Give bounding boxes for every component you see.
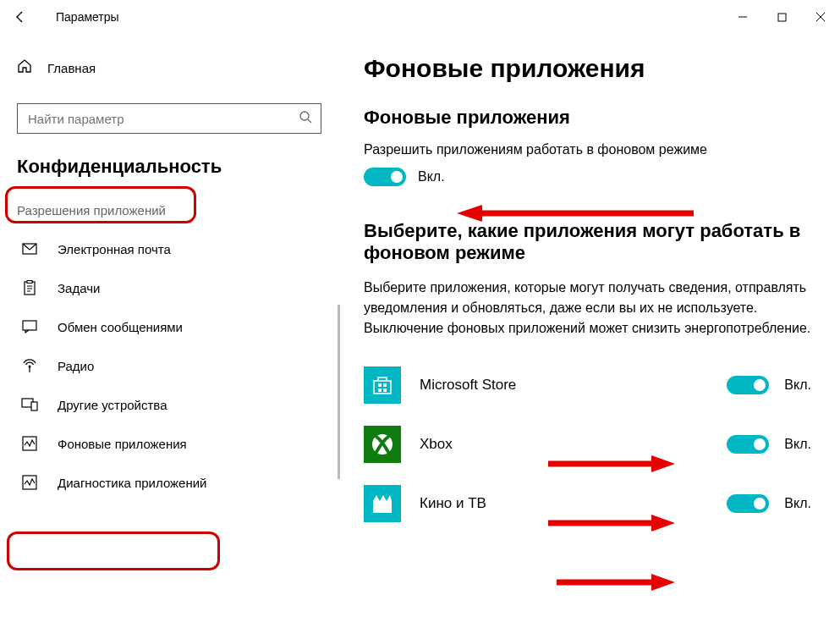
sidebar-item-messaging[interactable]: Обмен сообщениями: [17, 307, 321, 346]
minimize-button[interactable]: [723, 3, 762, 30]
sidebar-item-label: Электронная почта: [58, 242, 171, 256]
sidebar-item-radio[interactable]: Радио: [17, 346, 321, 385]
app-name: Xbox: [420, 436, 453, 453]
app-name: Microsoft Store: [420, 377, 516, 394]
sidebar-item-tasks[interactable]: Задачи: [17, 268, 321, 307]
app-row-microsoft-store: Microsoft Store Вкл.: [364, 361, 811, 410]
sidebar-item-label: Другие устройства: [58, 398, 167, 412]
search-icon: [299, 110, 312, 127]
close-button[interactable]: [801, 3, 840, 30]
sidebar-item-label: Задачи: [58, 281, 100, 295]
radio-icon: [20, 358, 39, 373]
svg-point-1: [300, 112, 309, 120]
annotation-arrow: [557, 573, 675, 585]
master-toggle-state: Вкл.: [418, 169, 445, 185]
app-toggle-state: Вкл.: [784, 496, 811, 511]
permission-label: Разрешить приложениям работать в фоновом…: [364, 142, 811, 157]
svg-rect-8: [31, 402, 37, 410]
home-link[interactable]: Главная: [17, 51, 321, 85]
section-heading: Фоновые приложения: [364, 107, 811, 129]
highlight-box: [7, 532, 220, 570]
app-toggle[interactable]: [727, 435, 769, 454]
app-name: Кино и ТВ: [420, 495, 486, 512]
annotation-arrow: [457, 203, 694, 215]
sidebar-item-label: Фоновые приложения: [58, 437, 187, 451]
messaging-icon: [20, 320, 39, 333]
mail-icon: [20, 243, 39, 255]
page-title: Фоновые приложения: [364, 54, 811, 83]
app-toggle-state: Вкл.: [784, 437, 811, 452]
svg-rect-12: [383, 383, 387, 387]
window-title: Параметры: [56, 10, 119, 24]
app-row-movies-tv: Кино и ТВ Вкл.: [364, 479, 811, 528]
back-button[interactable]: [8, 5, 32, 29]
section-heading: Выберите, какие приложения могут работат…: [364, 220, 811, 264]
sidebar-item-other-devices[interactable]: Другие устройства: [17, 385, 321, 424]
devices-icon: [20, 398, 39, 411]
sidebar-item-label: Обмен сообщениями: [58, 320, 183, 334]
app-toggle[interactable]: [727, 494, 769, 513]
category-title: Конфиденциальность: [17, 156, 321, 178]
svg-rect-4: [27, 281, 32, 284]
svg-rect-16: [373, 501, 392, 513]
svg-point-6: [29, 366, 31, 368]
svg-rect-13: [378, 388, 382, 392]
microsoft-store-icon: [364, 366, 401, 404]
master-toggle[interactable]: [364, 168, 406, 186]
sidebar-item-email[interactable]: Электронная почта: [17, 229, 321, 268]
sidebar-item-label: Радио: [58, 359, 94, 373]
svg-rect-11: [378, 383, 382, 387]
home-icon: [17, 58, 32, 77]
svg-marker-24: [651, 574, 675, 591]
sidebar-item-label: Диагностика приложений: [58, 476, 206, 490]
home-label: Главная: [47, 61, 96, 75]
svg-rect-0: [778, 14, 786, 21]
svg-rect-5: [23, 321, 36, 330]
maximize-button[interactable]: [762, 3, 801, 30]
search-input[interactable]: [17, 103, 321, 134]
section-description: Выберите приложения, которые могут получ…: [364, 278, 811, 339]
diagnostics-icon: [20, 475, 39, 490]
svg-rect-14: [383, 388, 387, 392]
svg-marker-18: [457, 205, 482, 222]
xbox-icon: [364, 426, 401, 463]
background-apps-icon: [20, 436, 39, 451]
app-toggle-state: Вкл.: [784, 377, 811, 393]
app-toggle[interactable]: [727, 376, 769, 394]
search-field[interactable]: [26, 111, 280, 127]
movies-tv-icon: [364, 485, 401, 522]
sidebar-item-app-diagnostics[interactable]: Диагностика приложений: [17, 463, 321, 502]
app-row-xbox: Xbox Вкл.: [364, 420, 811, 469]
section-label: Разрешения приложений: [17, 203, 321, 218]
sidebar-item-background-apps[interactable]: Фоновые приложения: [17, 424, 321, 463]
tasks-icon: [20, 280, 39, 295]
